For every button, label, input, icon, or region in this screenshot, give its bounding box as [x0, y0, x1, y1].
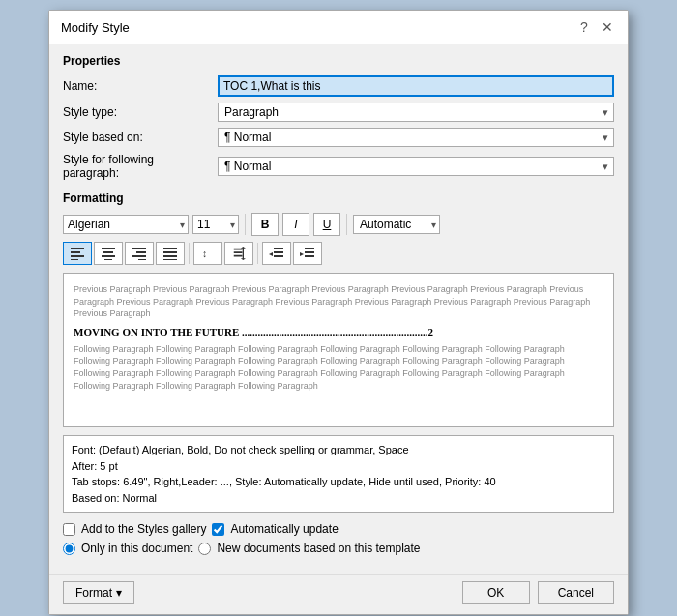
style-following-select[interactable]: ¶ Normal ¶ TOC 1 — [218, 157, 614, 176]
svg-rect-29 — [305, 255, 314, 257]
svg-rect-25 — [274, 255, 283, 257]
dialog-title: Modify Style — [61, 20, 130, 35]
desc-line4: Based on: Normal — [72, 490, 605, 507]
separator-3 — [189, 243, 190, 264]
increase-indent-button[interactable] — [293, 242, 322, 265]
style-based-label: Style based on: — [63, 128, 218, 147]
align-left-button[interactable] — [63, 242, 92, 265]
font-select[interactable]: Algerian Arial Times New Roman — [63, 215, 189, 234]
align-justify-icon — [162, 247, 178, 260]
properties-label: Properties — [63, 54, 614, 68]
font-select-wrapper: Algerian Arial Times New Roman — [63, 215, 189, 234]
desc-line1: Font: (Default) Algerian, Bold, Do not c… — [72, 442, 605, 458]
align-justify-button[interactable] — [156, 242, 185, 265]
decrease-indent-button[interactable] — [262, 242, 291, 265]
auto-update-label[interactable]: Automatically update — [230, 522, 338, 536]
options-section: Add to the Styles gallery Automatically … — [63, 522, 614, 555]
svg-marker-22 — [241, 258, 246, 260]
description-box: Font: (Default) Algerian, Bold, Do not c… — [63, 435, 614, 513]
bold-button[interactable]: B — [251, 213, 279, 236]
svg-text:↕: ↕ — [202, 248, 207, 259]
cancel-button[interactable]: Cancel — [538, 581, 614, 604]
underline-button[interactable]: U — [313, 213, 340, 236]
alignment-row: ↕ — [63, 242, 614, 265]
format-button[interactable]: Format ▾ — [63, 581, 134, 604]
help-button[interactable]: ? — [575, 18, 593, 36]
desc-line2: After: 5 pt — [72, 458, 605, 475]
desc-line3: Tab stops: 6.49", Right,Leader: ..., Sty… — [72, 474, 605, 490]
only-doc-label[interactable]: Only in this document — [81, 542, 192, 555]
svg-rect-0 — [71, 248, 84, 249]
align-center-button[interactable] — [94, 242, 123, 265]
svg-rect-27 — [305, 248, 314, 249]
style-based-select[interactable]: ¶ Normal ¶ Heading 1 ¶ Default — [218, 128, 614, 147]
properties-grid: Name: Style type: Paragraph Character Li… — [63, 75, 614, 180]
line-spacing-icon: ↕ — [200, 247, 216, 260]
new-docs-radio[interactable] — [198, 543, 211, 555]
color-select-wrapper: Automatic Black Red Blue — [353, 215, 440, 234]
svg-marker-26 — [269, 252, 273, 256]
svg-rect-24 — [274, 251, 283, 253]
new-docs-label[interactable]: New documents based on this template — [217, 542, 420, 555]
svg-rect-9 — [136, 251, 146, 253]
only-doc-radio[interactable] — [63, 543, 75, 555]
style-based-select-wrapper: ¶ Normal ¶ Heading 1 ¶ Default — [218, 128, 614, 147]
svg-rect-12 — [163, 248, 177, 249]
svg-rect-8 — [132, 248, 146, 249]
svg-rect-18 — [234, 251, 243, 253]
formatting-section: Formatting Algerian Arial Times New Roma… — [63, 191, 614, 265]
footer-right: OK Cancel — [462, 581, 614, 604]
modify-style-dialog: Modify Style ? ✕ Properties Name: Style … — [48, 10, 629, 615]
svg-rect-19 — [234, 255, 243, 257]
svg-rect-7 — [104, 259, 112, 260]
decrease-indent-icon — [269, 247, 284, 260]
svg-rect-11 — [138, 259, 146, 260]
format-dropdown-arrow: ▾ — [116, 586, 122, 600]
svg-rect-13 — [163, 251, 177, 253]
svg-rect-15 — [163, 259, 177, 260]
svg-rect-4 — [102, 248, 115, 249]
dialog-titlebar: Modify Style ? ✕ — [49, 11, 628, 44]
dialog-footer: Format ▾ OK Cancel — [49, 574, 628, 614]
align-right-icon — [132, 247, 147, 260]
svg-rect-6 — [102, 255, 115, 257]
formatting-controls: Algerian Arial Times New Roman 11 10 12 … — [63, 213, 614, 236]
add-gallery-label[interactable]: Add to the Styles gallery — [81, 522, 206, 536]
dialog-body: Properties Name: Style type: Paragraph C… — [49, 44, 628, 574]
para-spacing-button[interactable] — [224, 242, 253, 265]
style-type-value-cell: Paragraph Character Linked List Table — [218, 103, 614, 122]
size-select[interactable]: 11 10 12 14 — [192, 215, 239, 234]
svg-rect-17 — [234, 249, 243, 250]
name-label: Name: — [63, 75, 218, 97]
align-right-button[interactable] — [125, 242, 154, 265]
svg-rect-28 — [305, 251, 314, 253]
auto-update-checkbox[interactable] — [212, 523, 224, 536]
ok-button[interactable]: OK — [462, 581, 530, 604]
align-left-icon — [70, 247, 85, 260]
preview-box: Previous Paragraph Previous Paragraph Pr… — [63, 273, 614, 427]
svg-rect-2 — [71, 255, 84, 257]
name-value-cell — [218, 75, 614, 97]
svg-rect-1 — [71, 251, 80, 253]
separator-4 — [257, 243, 258, 264]
style-type-select[interactable]: Paragraph Character Linked List Table — [218, 103, 614, 122]
line-spacing-button[interactable]: ↕ — [193, 242, 222, 265]
italic-button[interactable]: I — [282, 213, 309, 236]
separator-2 — [346, 214, 347, 235]
svg-marker-21 — [241, 247, 246, 249]
para-spacing-icon — [231, 247, 247, 260]
preview-prev-para: Previous Paragraph Previous Paragraph Pr… — [74, 283, 603, 320]
add-gallery-checkbox[interactable] — [63, 523, 75, 536]
style-type-select-wrapper: Paragraph Character Linked List Table — [218, 103, 614, 122]
increase-indent-icon — [300, 247, 315, 260]
style-name-input[interactable] — [218, 75, 614, 97]
style-following-label: Style for following paragraph: — [63, 153, 218, 180]
color-select[interactable]: Automatic Black Red Blue — [353, 215, 440, 234]
separator-1 — [245, 214, 246, 235]
svg-rect-23 — [274, 248, 283, 249]
close-button[interactable]: ✕ — [599, 18, 616, 36]
style-following-select-wrapper: ¶ Normal ¶ TOC 1 — [218, 157, 614, 176]
titlebar-controls: ? ✕ — [575, 18, 616, 36]
svg-rect-5 — [103, 251, 113, 253]
preview-current-para: MOVING ON INTO THE FUTURE ..............… — [74, 326, 603, 337]
